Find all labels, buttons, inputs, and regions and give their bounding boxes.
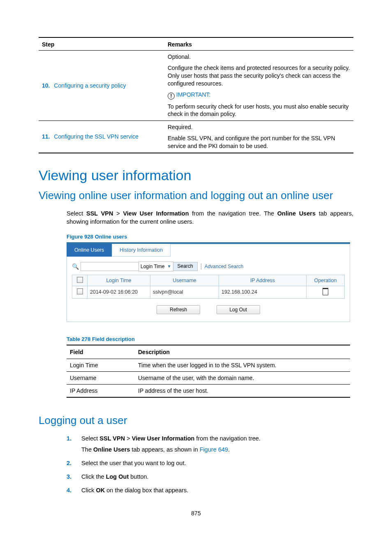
search-input[interactable]: [81, 262, 138, 271]
tab-history-information[interactable]: History Information: [112, 244, 171, 257]
cell-ip: 192.168.100.24: [221, 289, 257, 295]
list-item: Click the Log Out button.: [81, 473, 353, 481]
table-row: 10. Configuring a security policy Option…: [39, 51, 353, 121]
step-number: 11.: [42, 133, 50, 140]
list-item: Click OK on the dialog box that appears.: [81, 486, 353, 495]
search-button[interactable]: Search: [173, 262, 198, 271]
steps-header-step: Step: [39, 37, 164, 51]
page-title: Viewing user information: [39, 167, 353, 183]
cell-username: sslvpn@local: [153, 289, 183, 295]
field-desc: IP address of the user host.: [135, 384, 350, 397]
field-name: Username: [67, 371, 135, 384]
subsection-title-logout: Logging out a user: [39, 414, 353, 427]
subsection-title-viewing: Viewing online user information and logg…: [39, 189, 353, 202]
field-header-field: Field: [67, 345, 135, 359]
col-login-time: Login Time: [88, 275, 150, 286]
steps-header-remarks: Remarks: [164, 37, 353, 51]
remark-required: Required.: [168, 123, 350, 131]
table-row: Login Time Time when the user logged in …: [67, 359, 350, 371]
important-callout: !IMPORTANT:: [168, 91, 350, 100]
figure-link[interactable]: Figure 649: [200, 446, 228, 453]
list-item: Select SSL VPN > View User Information f…: [81, 434, 353, 454]
table-caption: Table 278 Field description: [67, 336, 353, 342]
remark-optional: Optional.: [168, 53, 350, 61]
table-row: 11. Configuring the SSL VPN service Requ…: [39, 121, 353, 153]
field-desc: Username of the user, with the domain na…: [135, 371, 350, 384]
search-field-dropdown[interactable]: Login Time ▼: [138, 262, 173, 271]
trash-icon[interactable]: [323, 288, 328, 295]
field-desc: Time when the user logged in to the SSL …: [135, 359, 350, 371]
logout-button[interactable]: Log Out: [217, 305, 260, 314]
important-icon: !: [168, 93, 175, 100]
list-item: Select the user that you want to log out…: [81, 459, 353, 468]
row-checkbox[interactable]: [77, 288, 83, 294]
search-field-label: Login Time: [141, 264, 165, 269]
col-ip-address: IP Address: [219, 275, 307, 286]
select-all-checkbox[interactable]: [77, 277, 83, 283]
page-number: 875: [0, 510, 392, 517]
col-operation: Operation: [307, 275, 345, 286]
logout-steps-list: Select SSL VPN > View User Information f…: [67, 434, 353, 495]
search-row: 🔍 Login Time ▼ Search Advanced Search: [72, 262, 345, 271]
online-users-panel: Online Users History Information 🔍 Login…: [67, 242, 350, 322]
advanced-search-link[interactable]: Advanced Search: [201, 264, 244, 269]
search-icon: 🔍: [72, 263, 79, 270]
remark-description: Configure the check items and protected …: [168, 64, 350, 88]
chevron-down-icon: ▼: [167, 264, 171, 269]
step-number: 10.: [42, 82, 50, 89]
online-users-grid: Login Time Username IP Address Operation…: [72, 275, 345, 299]
remark-description: Enable SSL VPN, and configure the port n…: [168, 134, 350, 150]
table-row: 2014-09-02 16:06:20 sslvpn@local 192.168…: [72, 286, 345, 298]
important-text: To perform security check for user hosts…: [168, 103, 350, 118]
step-link-security-policy[interactable]: Configuring a security policy: [54, 82, 126, 89]
field-description-table: Field Description Login Time Time when t…: [67, 345, 350, 398]
field-name: IP Address: [67, 384, 135, 397]
field-name: Login Time: [67, 359, 135, 371]
important-label: IMPORTANT:: [176, 91, 211, 98]
table-row: Username Username of the user, with the …: [67, 371, 350, 384]
tab-bar: Online Users History Information: [67, 244, 350, 257]
intro-paragraph: Select SSL VPN > View User Information f…: [67, 209, 353, 226]
cell-login-time: 2014-09-02 16:06:20: [90, 289, 138, 295]
table-row: IP Address IP address of the user host.: [67, 384, 350, 397]
step-link-sslvpn-service[interactable]: Configuring the SSL VPN service: [54, 133, 138, 140]
refresh-button[interactable]: Refresh: [157, 305, 200, 314]
field-header-desc: Description: [135, 345, 350, 359]
col-username: Username: [150, 275, 219, 286]
figure-caption: Figure 928 Online users: [67, 234, 353, 240]
steps-table: Step Remarks 10. Configuring a security …: [39, 37, 353, 153]
tab-online-users[interactable]: Online Users: [67, 244, 112, 257]
